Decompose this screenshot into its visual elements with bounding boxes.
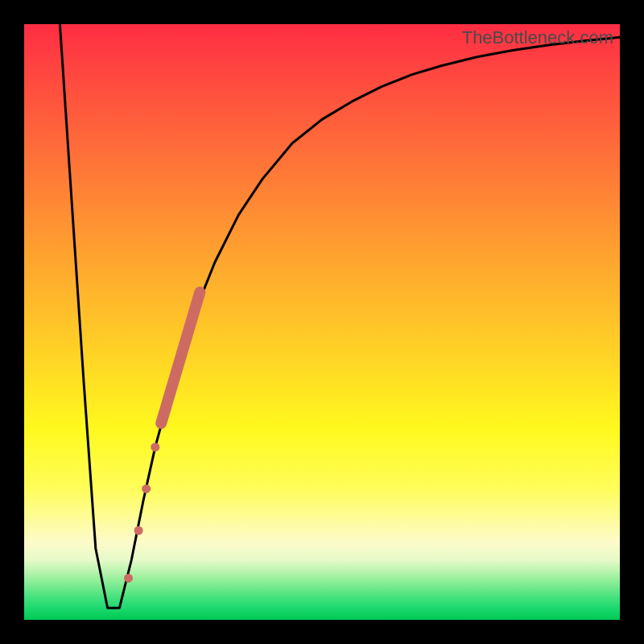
curve-layer: [60, 24, 620, 608]
marker-thick-segment: [161, 292, 200, 423]
bottleneck-curve: [60, 24, 620, 608]
chart-frame: TheBottleneck.com: [0, 0, 644, 644]
marker-dot: [124, 574, 133, 583]
marker-dot: [151, 443, 159, 452]
marker-dot: [134, 526, 143, 535]
plot-area: TheBottleneck.com: [24, 24, 620, 620]
watermark-text: TheBottleneck.com: [462, 27, 613, 48]
chart-svg: [24, 24, 620, 620]
marker-dot: [142, 485, 151, 493]
